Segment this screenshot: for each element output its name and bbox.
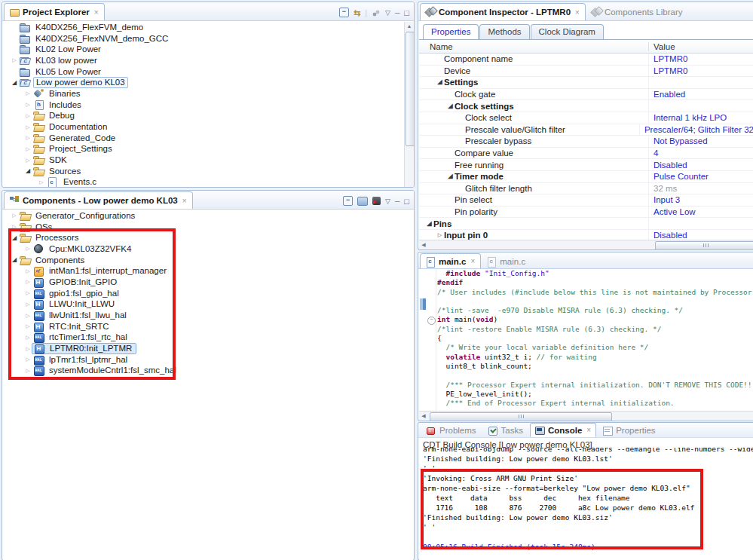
- twisty-collapsed-icon[interactable]: ▷: [23, 311, 33, 321]
- close-icon[interactable]: ×: [470, 257, 475, 265]
- tree-item-low-power-demo-kl03[interactable]: ◢Low power demo KL03: [3, 77, 405, 88]
- property-row-clock-select[interactable]: Clock selectInternal 1 kHz LPO: [419, 112, 753, 124]
- collapse-all-icon[interactable]: −: [343, 196, 353, 206]
- console-output[interactable]: arm-none-eabi-objdump --source --all-hea…: [423, 448, 753, 560]
- property-row-prescaler-bypass[interactable]: Prescaler bypassNot Bypassed: [419, 136, 753, 148]
- focus-task-icon[interactable]: [372, 9, 381, 17]
- twisty-collapsed-icon[interactable]: ▷: [23, 332, 33, 343]
- property-row-clock-settings[interactable]: ◢Clock settings: [419, 100, 753, 112]
- tree-item-llwu-init-llwu[interactable]: ▷LLWU:Init_LLWU: [3, 299, 413, 311]
- tree-item-events-c[interactable]: ▷Events.c: [3, 177, 405, 187]
- tree-item-kl05-low-power[interactable]: KL05 Low Power: [3, 66, 405, 78]
- property-value[interactable]: LPTMR0: [649, 66, 687, 75]
- link-with-editor-icon[interactable]: ⇆: [354, 8, 360, 17]
- property-row-timer-mode[interactable]: ◢Timer modePulse Counter: [419, 171, 753, 183]
- property-value[interactable]: Disabled: [649, 161, 687, 170]
- tab-methods[interactable]: Methods: [479, 24, 529, 39]
- tree-item-sdk[interactable]: ▷SDK: [3, 155, 405, 166]
- tab-main-c-active[interactable]: main.c ×: [420, 253, 481, 268]
- tree-item-rtc-init-srtc[interactable]: ▷RTC:Init_SRTC: [3, 321, 413, 332]
- property-row-device[interactable]: DeviceLPTMR0: [419, 66, 753, 78]
- twisty-expanded-icon[interactable]: ◢: [9, 255, 20, 265]
- property-value[interactable]: Not Bypassed: [649, 136, 708, 145]
- project-explorer-scrollbar[interactable]: ▲: [404, 22, 414, 187]
- tree-item-lptmr1-fsl-lptmr-hal[interactable]: ▷lpTmr1:fsl_lptmr_hal: [3, 354, 413, 366]
- tab-component-inspector[interactable]: Component Inspector - LPTMR0 ×: [420, 3, 586, 20]
- tab-properties[interactable]: Properties: [423, 24, 479, 39]
- tab-tasks[interactable]: Tasks: [483, 423, 528, 437]
- project-explorer-tree[interactable]: K40DX256_FlexFVM_demoK40DX256_FlexNVM_de…: [3, 22, 405, 187]
- minimize-icon[interactable]: ─: [395, 197, 399, 206]
- scroll-left-icon[interactable]: ◀: [419, 242, 428, 248]
- twisty-collapsed-icon[interactable]: ▷: [23, 122, 33, 133]
- property-value[interactable]: LPTMR0: [649, 54, 687, 63]
- tree-item-kl02-low-power[interactable]: KL02 Low Power: [3, 44, 405, 55]
- tree-item-debug[interactable]: ▷Debug: [3, 111, 405, 122]
- property-row-pin-polarity[interactable]: Pin polarityActive Low: [419, 207, 753, 219]
- twisty-expanded-icon[interactable]: ◢: [446, 171, 455, 182]
- tree-item-documentation[interactable]: ▷Documentation: [3, 121, 405, 133]
- fold-collapse-icon[interactable]: −: [427, 317, 436, 325]
- view-menu-icon[interactable]: ▽: [385, 197, 390, 206]
- property-row-clock-gate[interactable]: Clock gateEnabled: [419, 89, 753, 101]
- column-value[interactable]: Value: [649, 42, 675, 51]
- tab-properties[interactable]: Properties: [598, 423, 660, 437]
- tab-clock-diagram[interactable]: Clock Diagram: [531, 24, 604, 39]
- close-icon[interactable]: ×: [94, 8, 99, 17]
- tree-item-cpu-mkl03z32vfk4[interactable]: ▷Cpu:MKL03Z32VFK4: [3, 243, 413, 255]
- property-row-free-running[interactable]: Free runningDisabled: [419, 159, 753, 171]
- properties-table[interactable]: Name Value Component nameLPTMR0DeviceLPT…: [419, 39, 753, 242]
- twisty-collapsed-icon[interactable]: ▷: [36, 177, 47, 187]
- tree-item-kl03-low-power[interactable]: ▷KL03 low power: [3, 55, 405, 66]
- twisty-expanded-icon[interactable]: ◢: [446, 101, 455, 112]
- twisty-collapsed-icon[interactable]: ▷: [23, 299, 33, 310]
- tree-item-k40dx256-flexfvm-demo[interactable]: K40DX256_FlexFVM_demo: [3, 22, 405, 33]
- twisty-expanded-icon[interactable]: ◢: [9, 78, 20, 88]
- export-icon[interactable]: [372, 197, 381, 205]
- tree-item-lptmr0-init-lptmr[interactable]: ▷LPTMR0:Init_LPTMR: [3, 343, 413, 354]
- twisty-collapsed-icon[interactable]: ▷: [9, 210, 20, 221]
- tab-main-c-inactive[interactable]: main.c: [481, 253, 531, 268]
- twisty-expanded-icon[interactable]: ◢: [9, 233, 20, 243]
- collapse-all-icon[interactable]: −: [339, 8, 349, 17]
- twisty-collapsed-icon[interactable]: ▷: [23, 133, 33, 143]
- twisty-collapsed-icon[interactable]: ▷: [23, 321, 33, 332]
- scroll-up-icon[interactable]: ▲: [405, 22, 414, 31]
- twisty-expanded-icon[interactable]: ◢: [436, 77, 444, 87]
- view-menu-icon[interactable]: ▽: [385, 8, 390, 17]
- property-row-component-name[interactable]: Component nameLPTMR0: [419, 54, 753, 66]
- package-icon[interactable]: [357, 197, 368, 206]
- property-value[interactable]: Disabled: [649, 231, 687, 240]
- tree-item-oss[interactable]: ▷OSs: [3, 222, 413, 233]
- property-value[interactable]: Enabled: [649, 90, 685, 99]
- scroll-left-icon[interactable]: ◀: [419, 413, 428, 419]
- tree-item-project-settings[interactable]: ▷Project_Settings: [3, 144, 405, 155]
- twisty-collapsed-icon[interactable]: ▷: [9, 55, 20, 66]
- property-value[interactable]: Pulse Counter: [649, 172, 709, 181]
- property-value[interactable]: Active Low: [649, 207, 696, 216]
- tree-item-systemmodulecntrl1-fsl-smc-hal[interactable]: ▷systemModuleCntrl1:fsl_smc_hal: [3, 366, 413, 377]
- tree-item-includes[interactable]: ▷Includes: [3, 99, 405, 111]
- tree-item-binaries[interactable]: ▷Binaries: [3, 88, 405, 99]
- twisty-collapsed-icon[interactable]: ▷: [23, 111, 33, 121]
- property-row-prescale-value-glitch-filter[interactable]: Prescale value/Glitch filterPrescaler/64…: [419, 124, 753, 136]
- twisty-collapsed-icon[interactable]: ▷: [23, 277, 33, 287]
- components-tree[interactable]: ▷Generator_Configurations▷OSs◢Processors…: [3, 210, 413, 560]
- twisty-collapsed-icon[interactable]: ▷: [23, 155, 33, 166]
- column-name[interactable]: Name: [419, 42, 649, 51]
- code-editor[interactable]: − #include "Init_Config.h"#endif/* User …: [419, 269, 753, 412]
- property-row-settings[interactable]: ◢Settings: [419, 77, 753, 89]
- property-value[interactable]: Internal 1 kHz LPO: [649, 113, 727, 122]
- tree-item-rtctimer1-fsl-rtc-hal[interactable]: ▷rtcTimer1:fsl_rtc_hal: [3, 332, 413, 344]
- tree-item-generated-code[interactable]: ▷Generated_Code: [3, 133, 405, 144]
- twisty-collapsed-icon[interactable]: ▷: [23, 99, 33, 110]
- twisty-collapsed-icon[interactable]: ▷: [23, 366, 33, 376]
- minimize-icon[interactable]: ─: [395, 8, 399, 17]
- property-row-compare-value[interactable]: Compare value4: [419, 148, 753, 160]
- twisty-collapsed-icon[interactable]: ▷: [23, 266, 33, 277]
- twisty-collapsed-icon[interactable]: ▷: [23, 88, 33, 99]
- tab-console[interactable]: Console×: [530, 423, 596, 437]
- tab-project-explorer[interactable]: Project Explorer ×: [4, 3, 105, 20]
- property-value[interactable]: 32 ms: [649, 184, 677, 193]
- close-icon[interactable]: ×: [575, 8, 580, 17]
